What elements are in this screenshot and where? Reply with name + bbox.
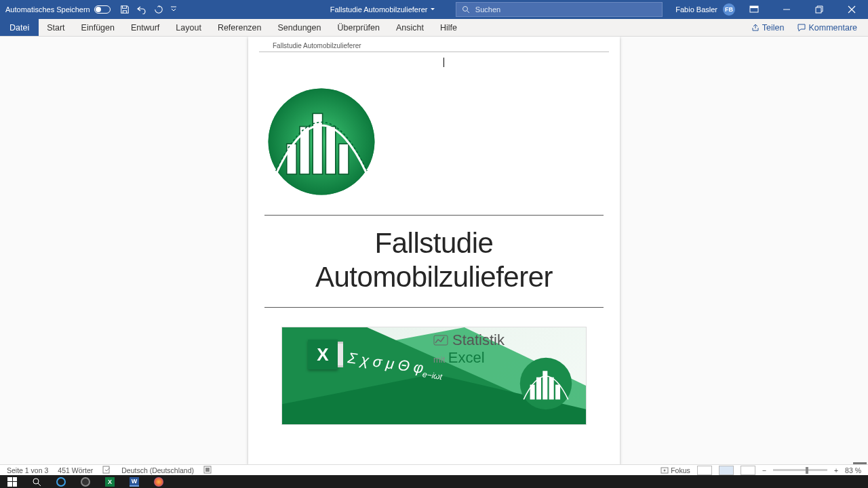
statistics-logo-small-icon (519, 357, 572, 410)
start-button[interactable] (0, 475, 24, 488)
title-line1: Fallstudie (267, 226, 601, 260)
divider-bottom (264, 307, 604, 308)
statistics-logo-icon (267, 87, 376, 196)
titlebar: Automatisches Speichern Fallstudie Autom… (0, 0, 868, 19)
running-header: Fallstudie Automobilzulieferer (259, 42, 609, 52)
read-mode-icon[interactable] (697, 466, 712, 475)
cortana-icon[interactable] (49, 475, 73, 488)
document-title-text: Fallstudie Automobilzulieferer (330, 5, 428, 14)
user-name[interactable]: Fabio Basler (675, 5, 717, 14)
fokus-icon (660, 467, 669, 474)
page: Fallstudie Automobilzulieferer Fallstudi… (248, 37, 620, 465)
svg-rect-11 (434, 336, 448, 345)
excel-icon: X (308, 340, 338, 369)
tab-hilfe[interactable]: Hilfe (432, 19, 465, 36)
macro-icon[interactable] (203, 466, 212, 475)
document-canvas[interactable]: Fallstudie Automobilzulieferer Fallstudi… (0, 37, 868, 465)
excel-statistics-banner: X Σ χ σ μ Θ φe−iωt Statistik mit Excel (281, 327, 587, 425)
taskbar-excel-icon[interactable]: X (98, 475, 122, 488)
save-icon[interactable] (120, 5, 130, 14)
svg-rect-17 (555, 385, 560, 400)
comment-icon (797, 24, 806, 32)
tab-einfuegen[interactable]: Einfügen (73, 19, 123, 36)
tab-datei[interactable]: Datei (0, 19, 39, 36)
quick-access-toolbar (116, 5, 181, 14)
taskbar-firefox-icon[interactable] (146, 475, 171, 488)
taskbar-search-icon[interactable] (24, 475, 49, 488)
zoom-out-button[interactable]: − (762, 466, 766, 474)
tab-entwurf[interactable]: Entwurf (123, 19, 167, 36)
ribbon-display-icon[interactable] (741, 0, 768, 19)
maximize-icon[interactable] (806, 0, 833, 19)
svg-point-23 (33, 479, 39, 484)
language-indicator[interactable]: Deutsch (Deutschland) (121, 466, 194, 474)
chart-icon (433, 335, 448, 346)
redo-icon[interactable] (154, 5, 163, 14)
toggle-switch-icon[interactable] (94, 5, 111, 14)
share-icon (751, 24, 760, 32)
taskbar-word-icon[interactable]: W (122, 475, 146, 488)
tab-ueberpruefen[interactable]: Überprüfen (329, 19, 388, 36)
svg-rect-2 (750, 6, 758, 8)
tab-start[interactable]: Start (39, 19, 73, 36)
dropdown-icon (430, 7, 435, 12)
search-icon (462, 5, 470, 14)
fokus-button[interactable]: Fokus (660, 466, 690, 474)
obs-icon[interactable] (73, 475, 98, 488)
zoom-level[interactable]: 83 % (845, 466, 861, 474)
svg-rect-20 (205, 468, 210, 472)
zoom-in-button[interactable]: + (834, 466, 838, 474)
tab-sendungen[interactable]: Sendungen (270, 19, 330, 36)
titlebar-right: Fabio Basler FB (675, 0, 868, 19)
svg-point-22 (664, 469, 666, 471)
tab-ansicht[interactable]: Ansicht (388, 19, 432, 36)
text-cursor (443, 58, 444, 67)
undo-icon[interactable] (136, 5, 147, 14)
svg-rect-10 (339, 144, 349, 174)
search-input[interactable]: Suchen (456, 2, 663, 17)
svg-rect-9 (326, 127, 335, 174)
zoom-slider[interactable] (773, 469, 827, 471)
share-button[interactable]: Teilen (746, 23, 790, 33)
autosave-toggle[interactable]: Automatisches Speichern (0, 5, 116, 14)
document-heading: Fallstudie Automobilzulieferer (267, 216, 601, 307)
svg-point-0 (462, 7, 467, 12)
comments-button[interactable]: Kommentare (792, 23, 863, 33)
title-line2: Automobilzulieferer (267, 260, 601, 294)
windows-taskbar: X W (0, 475, 868, 488)
tab-layout[interactable]: Layout (167, 19, 210, 36)
document-title[interactable]: Fallstudie Automobilzulieferer (330, 5, 436, 14)
spellcheck-icon[interactable] (102, 466, 112, 475)
svg-rect-16 (549, 378, 554, 400)
user-avatar[interactable]: FB (723, 3, 735, 16)
svg-rect-14 (536, 378, 541, 400)
minimize-icon[interactable] (773, 0, 800, 19)
svg-rect-3 (816, 7, 821, 13)
statusbar: Seite 1 von 3 451 Wörter Deutsch (Deutsc… (0, 464, 868, 475)
print-layout-icon[interactable] (719, 466, 734, 475)
qat-more-icon[interactable] (170, 6, 177, 13)
svg-rect-15 (542, 371, 547, 399)
svg-rect-6 (287, 144, 296, 174)
ribbon-tabs: Datei Start Einfügen Entwurf Layout Refe… (0, 19, 868, 37)
web-layout-icon[interactable] (741, 466, 755, 475)
word-count[interactable]: 451 Wörter (58, 466, 93, 474)
page-indicator[interactable]: Seite 1 von 3 (7, 466, 48, 474)
autosave-label: Automatisches Speichern (5, 5, 90, 14)
search-placeholder: Suchen (475, 5, 500, 14)
tab-referenzen[interactable]: Referenzen (210, 19, 270, 36)
close-icon[interactable] (838, 0, 865, 19)
banner-text: Statistik mit Excel (433, 331, 505, 367)
